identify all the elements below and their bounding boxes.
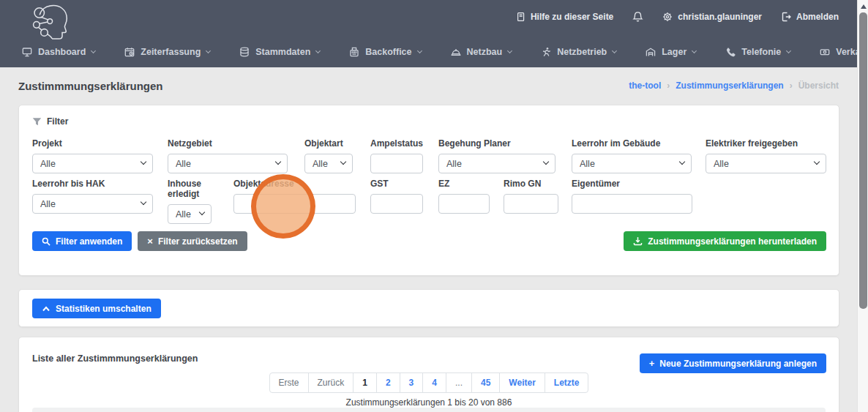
- filter-field-gst: GST: [370, 179, 423, 214]
- eigentuemer-input[interactable]: [572, 194, 692, 214]
- chevron-down-icon: [206, 48, 211, 53]
- close-icon: ×: [147, 236, 153, 246]
- top-navigation: Hilfe zu dieser Seite christian.glauning…: [0, 0, 868, 67]
- elektriker-freigegeben-select[interactable]: Alle: [706, 154, 826, 173]
- brand-logo-icon[interactable]: [31, 4, 76, 40]
- menu-label: Dashboard: [38, 47, 86, 57]
- filter-field-leerrohr-bis-hak: Leerrohr bis HAK Alle: [32, 179, 153, 214]
- menu-item-stammdaten[interactable]: Stammdaten: [239, 47, 320, 57]
- search-icon: [42, 237, 50, 246]
- user-menu[interactable]: christian.glauninger: [662, 12, 762, 22]
- filter-field-leerrohr-im-gebaeude: Leerrohr im Gebäude Alle: [572, 138, 692, 173]
- menu-label: Stammdaten: [255, 47, 310, 57]
- help-link[interactable]: Hilfe zu dieser Seite: [516, 12, 613, 22]
- objektadresse-input[interactable]: [233, 194, 356, 214]
- ez-input[interactable]: [438, 194, 490, 214]
- breadcrumb-current: Übersicht: [798, 80, 839, 91]
- menu-label: Backoffice: [365, 47, 411, 57]
- rimo-gn-input[interactable]: [504, 194, 558, 214]
- begehung-planer-select[interactable]: Alle: [438, 154, 555, 173]
- pagination: Erste Zurück 1 2 3 4 ... 45 Weiter Letzt…: [19, 372, 839, 393]
- netzgebiet-select[interactable]: Alle: [168, 154, 288, 173]
- menu-label: Netzbetrieb: [557, 47, 607, 57]
- scrollbar-thumb[interactable]: [859, 12, 867, 309]
- logout-icon: [781, 12, 791, 22]
- pagination-last[interactable]: Letzte: [545, 373, 588, 392]
- reset-filter-button[interactable]: × Filter zurücksetzen: [138, 231, 247, 251]
- filter-field-ez: EZ: [438, 179, 490, 214]
- vertical-scrollbar[interactable]: [857, 0, 868, 412]
- ampelstatus-input[interactable]: [370, 154, 423, 173]
- pagination-first[interactable]: Erste: [270, 373, 308, 392]
- fax-icon: [349, 47, 359, 57]
- leerrohr-im-gebaeude-select[interactable]: Alle: [572, 154, 692, 173]
- main-menu: Dashboard Zeiterfassung Stammdaten: [0, 40, 868, 64]
- toggle-statistics-button[interactable]: Statistiken umschalten: [32, 299, 161, 318]
- logout-label: Abmelden: [796, 12, 839, 22]
- menu-item-netzbetrieb[interactable]: Netzbetrieb: [541, 47, 616, 57]
- inhouse-erledigt-select[interactable]: Alle: [168, 204, 212, 224]
- logout-button[interactable]: Abmelden: [781, 12, 839, 22]
- filter-panel: Filter Projekt Alle Netzgebiet Alle Obje…: [18, 105, 839, 276]
- apply-filter-button[interactable]: Filter anwenden: [32, 231, 132, 251]
- menu-item-netzbau[interactable]: Netzbau: [451, 47, 512, 57]
- breadcrumb: the-tool › Zustimmungserklärungen › Über…: [629, 80, 839, 91]
- statistics-panel: Statistiken umschalten: [18, 289, 839, 327]
- hardhat-icon: [451, 47, 461, 57]
- filter-field-elektriker-freigegeben: Elektriker freigegeben Alle: [706, 138, 826, 173]
- chevron-up-icon: [42, 305, 50, 312]
- list-title: Liste aller Zustimmmungserklärungen: [32, 353, 198, 364]
- menu-item-backoffice[interactable]: Backoffice: [349, 47, 421, 57]
- download-icon: [633, 236, 643, 246]
- filter-field-eigentuemer: Eigentümer: [572, 179, 692, 214]
- menu-item-dashboard[interactable]: Dashboard: [22, 47, 95, 57]
- filter-field-rimo-gn: Rimo GN: [504, 179, 558, 214]
- database-icon: [239, 47, 250, 57]
- filter-actions: Filter anwenden × Filter zurücksetzen Zu…: [32, 231, 826, 251]
- menu-item-lager[interactable]: Lager: [646, 47, 696, 57]
- objektart-select[interactable]: Alle: [304, 154, 353, 173]
- page-header: Zustimmmungserklärungen the-tool › Zusti…: [0, 67, 857, 104]
- chevron-down-icon: [612, 48, 617, 53]
- menu-label: Zeiterfassung: [141, 47, 201, 57]
- filter-field-objektadresse: Objektadresse: [233, 179, 356, 214]
- leerrohr-bis-hak-select[interactable]: Alle: [32, 194, 153, 214]
- calendar-clock-icon: [124, 47, 135, 57]
- pagination-page-4[interactable]: 4: [422, 373, 446, 392]
- page-title: Zustimmmungserklärungen: [18, 80, 163, 92]
- breadcrumb-link-the-tool[interactable]: the-tool: [629, 80, 661, 91]
- menu-item-zeiterfassung[interactable]: Zeiterfassung: [124, 47, 210, 57]
- scrollbar-up-arrow-icon[interactable]: [861, 4, 867, 9]
- banknote-icon: [820, 47, 830, 57]
- pagination-page-1[interactable]: 1: [353, 373, 376, 392]
- pagination-summary: Zustimmungserklärungen 1 bis 20 von 886: [19, 397, 839, 408]
- pagination-page-45[interactable]: 45: [471, 373, 499, 392]
- help-label: Hilfe zu dieser Seite: [531, 12, 613, 22]
- breadcrumb-separator: ›: [790, 80, 793, 91]
- warehouse-icon: [646, 47, 656, 57]
- pagination-prev[interactable]: Zurück: [308, 373, 353, 392]
- menu-label: Lager: [662, 47, 686, 57]
- menu-item-telefonie[interactable]: Telefonie: [725, 47, 790, 57]
- bell-icon[interactable]: [632, 11, 643, 23]
- filter-header: Filter: [32, 116, 68, 127]
- pagination-page-3[interactable]: 3: [400, 373, 423, 392]
- projekt-select[interactable]: Alle: [32, 154, 153, 173]
- menu-label: Telefonie: [741, 47, 781, 57]
- download-declarations-button[interactable]: Zustimmungserklärungen herunterladen: [624, 231, 826, 251]
- chevron-down-icon: [416, 48, 422, 53]
- declarations-list-panel: Liste aller Zustimmmungserklärungen + Ne…: [18, 337, 839, 412]
- filter-field-objektart: Objektart Alle: [304, 138, 353, 173]
- new-declaration-button[interactable]: + Neue Zustimmungserklärung anlegen: [640, 353, 826, 373]
- filter-field-begehung-planer: Begehung Planer Alle: [438, 138, 555, 173]
- pagination-page-2[interactable]: 2: [376, 373, 400, 392]
- gst-input[interactable]: [370, 194, 423, 214]
- filter-field-inhouse-erledigt: Inhouse erledigt Alle: [168, 179, 219, 224]
- breadcrumb-link-zustimmungserklaerungen[interactable]: Zustimmungserklärungen: [676, 80, 783, 91]
- filter-field-ampelstatus: Ampelstatus: [370, 138, 423, 173]
- chevron-down-icon: [507, 48, 512, 53]
- pagination-next[interactable]: Weiter: [499, 373, 544, 392]
- runner-icon: [541, 47, 551, 57]
- book-icon: [516, 12, 525, 22]
- plus-icon: +: [649, 359, 655, 368]
